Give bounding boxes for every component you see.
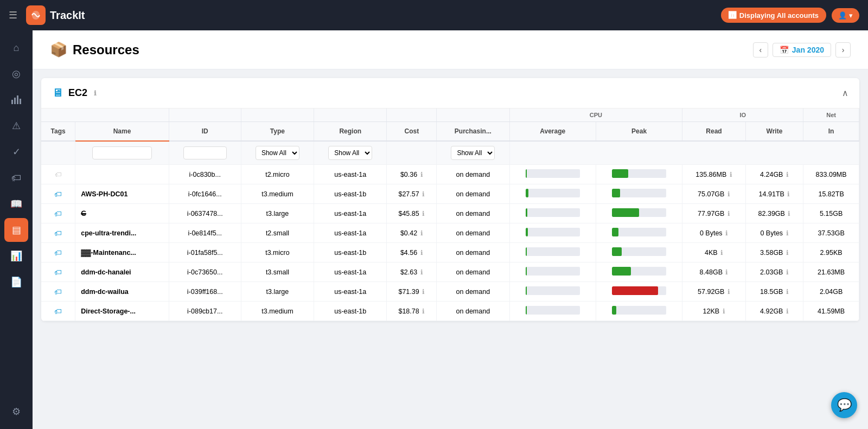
sidebar-item-analytics[interactable]	[4, 88, 28, 112]
cell-name: ddm-dc-wailua	[75, 282, 169, 302]
cell-cpu-avg	[509, 204, 596, 223]
io-write-info-icon[interactable]: ℹ	[786, 229, 789, 237]
col-id: ID	[169, 122, 241, 142]
cell-region: us-east-1b	[314, 243, 387, 262]
cell-purchasing: on demand	[437, 204, 509, 223]
filter-empty-cell	[509, 141, 859, 165]
cost-info-icon[interactable]: ℹ	[420, 249, 423, 257]
ec2-info-icon[interactable]: ℹ	[94, 89, 97, 97]
io-read-info-icon[interactable]: ℹ	[725, 229, 728, 237]
cell-io-write: 4.92GB ℹ	[745, 302, 803, 321]
cpu-peak-fill	[612, 169, 628, 178]
cell-net-in: 21.63MB	[803, 262, 859, 282]
cost-info-icon[interactable]: ℹ	[420, 229, 423, 237]
sidebar-item-alerts[interactable]: ⚠	[4, 114, 28, 138]
tag-icon[interactable]: 🏷	[54, 209, 62, 218]
ec2-collapse-button[interactable]: ∧	[842, 88, 848, 98]
tag-icon[interactable]: 🏷	[54, 287, 62, 296]
hamburger-menu[interactable]: ☰	[9, 9, 17, 21]
cell-io-read: 0 Bytes ℹ	[682, 223, 746, 243]
cell-io-write: 14.91TB ℹ	[745, 184, 803, 204]
cell-id: i-01fa58f5...	[169, 243, 241, 262]
cpu-peak-fill	[612, 189, 620, 197]
cost-info-icon[interactable]: ℹ	[422, 288, 425, 296]
io-read-info-icon[interactable]: ℹ	[725, 268, 728, 276]
tag-icon[interactable]: 🏷	[54, 248, 62, 257]
io-read-info-icon[interactable]: ℹ	[723, 308, 725, 315]
cell-purchasing: on demand	[437, 282, 509, 302]
cell-region: us-east-1a	[314, 165, 387, 184]
col-group-net: Net	[803, 108, 859, 122]
cell-id: i-0c830b...	[169, 165, 241, 184]
cell-cpu-peak	[596, 282, 682, 302]
filter-purchasing-select[interactable]: Show All	[451, 146, 495, 160]
cell-net-in: 15.82TB	[803, 184, 859, 204]
cpu-avg-fill	[526, 267, 527, 276]
sidebar-item-settings[interactable]: ⚙	[4, 400, 28, 424]
cpu-peak-fill	[612, 267, 631, 276]
cell-io-write: 0 Bytes ℹ	[745, 223, 803, 243]
io-write-info-icon[interactable]: ℹ	[788, 210, 790, 217]
svg-rect-1	[14, 98, 16, 104]
filter-region-select[interactable]: Show All	[328, 146, 372, 160]
cell-cost: $0.42 ℹ	[387, 223, 437, 243]
sidebar-item-book[interactable]: 📖	[4, 192, 28, 216]
cell-type: t3.small	[241, 262, 314, 282]
cell-name: cpe-ultra-trendi...	[75, 223, 169, 243]
cpu-avg-bar	[526, 228, 580, 236]
cell-tag: 🏷	[41, 282, 75, 302]
io-write-info-icon[interactable]: ℹ	[787, 190, 790, 198]
ec2-title-text: EC2	[68, 87, 87, 99]
cell-net-in: 833.09MB	[803, 165, 859, 184]
cost-info-icon[interactable]: ℹ	[420, 171, 423, 178]
sidebar-item-check[interactable]: ✓	[4, 140, 28, 164]
sidebar-item-dashboard[interactable]: ◎	[4, 62, 28, 86]
ec2-section-header: 🖥 EC2 ℹ ∧	[41, 78, 859, 108]
accounts-badge[interactable]: 🅰 Displaying All accounts	[721, 8, 826, 23]
cpu-avg-bar	[526, 267, 580, 276]
cell-type: t3.large	[241, 204, 314, 223]
table-row: 🏷 cpe-ultra-trendi... i-0e814f5... t2.sm…	[41, 223, 859, 243]
sidebar-item-resources[interactable]: ▤	[4, 218, 28, 242]
chat-bubble[interactable]: 💬	[831, 392, 857, 418]
ec2-table-container: CPU IO Net Tags Name ID Type Region Cost…	[41, 108, 859, 321]
cost-info-icon[interactable]: ℹ	[420, 268, 423, 276]
cell-tag: 🏷	[41, 204, 75, 223]
io-write-info-icon[interactable]: ℹ	[786, 171, 789, 178]
cell-io-write: 82.39GB ℹ	[745, 204, 803, 223]
cost-info-icon[interactable]: ℹ	[422, 210, 425, 217]
io-read-info-icon[interactable]: ℹ	[730, 171, 732, 178]
io-write-info-icon[interactable]: ℹ	[786, 249, 789, 257]
filter-type-select[interactable]: Show All	[256, 146, 299, 160]
io-write-info-icon[interactable]: ℹ	[786, 288, 789, 296]
filter-region-cell: Show All	[314, 141, 387, 165]
date-next-button[interactable]: ›	[835, 42, 851, 57]
tag-icon[interactable]: 🏷	[54, 229, 62, 238]
sidebar-item-bar[interactable]: 📊	[4, 244, 28, 268]
cell-io-read: 4KB ℹ	[682, 243, 746, 262]
tag-icon[interactable]: 🏷	[54, 307, 62, 316]
io-write-info-icon[interactable]: ℹ	[786, 308, 789, 315]
tag-icon[interactable]: 🏷	[54, 190, 62, 199]
col-group-purchasing	[437, 108, 509, 122]
cost-info-icon[interactable]: ℹ	[422, 308, 425, 315]
io-read-info-icon[interactable]: ℹ	[727, 288, 730, 296]
sidebar-item-tags[interactable]: 🏷	[4, 166, 28, 190]
filter-name-input[interactable]	[92, 146, 152, 159]
io-read-info-icon[interactable]: ℹ	[727, 210, 730, 217]
tag-icon[interactable]: 🏷	[54, 268, 62, 277]
cost-info-icon[interactable]: ℹ	[422, 190, 425, 198]
filter-id-input[interactable]	[183, 146, 227, 159]
date-prev-button[interactable]: ‹	[753, 42, 768, 57]
cpu-avg-bar	[526, 286, 580, 295]
cell-purchasing: on demand	[437, 243, 509, 262]
cell-tag: 🏷	[41, 223, 75, 243]
io-read-info-icon[interactable]: ℹ	[727, 190, 730, 198]
sidebar-item-home[interactable]: ⌂	[4, 36, 28, 60]
io-write-info-icon[interactable]: ℹ	[786, 268, 789, 276]
cell-type: t2.micro	[241, 165, 314, 184]
table-row: 🏷 ddm-dc-hanalei i-0c73650... t3.small u…	[41, 262, 859, 282]
io-read-info-icon[interactable]: ℹ	[720, 249, 723, 257]
sidebar-item-doc[interactable]: 📄	[4, 270, 28, 294]
user-button[interactable]: 👤 ▾	[832, 8, 859, 23]
